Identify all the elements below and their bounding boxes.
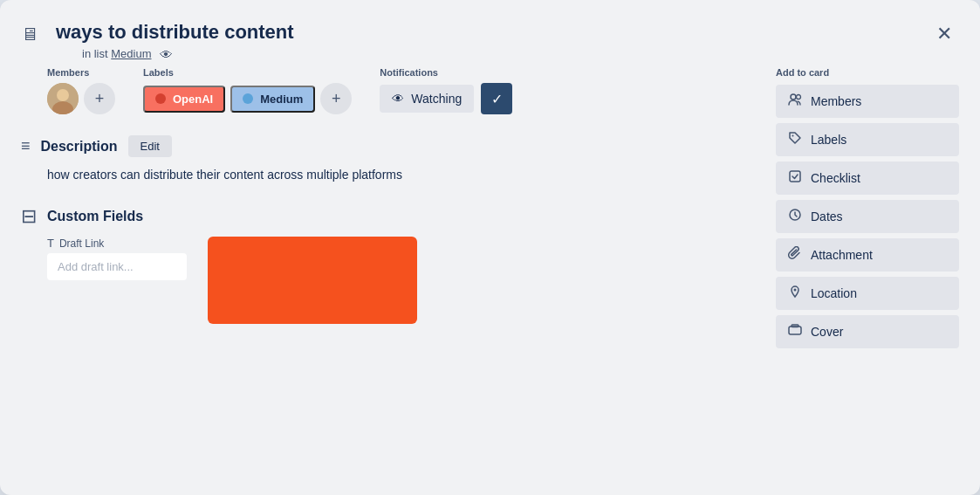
add-member-button[interactable]: + — [84, 83, 115, 114]
medium-dot — [243, 93, 253, 104]
card-modal: 🖥 ways to distribute content in list Med… — [0, 0, 980, 495]
sidebar-checklist-label: Checklist — [811, 171, 860, 185]
members-section: Members + — [47, 67, 115, 114]
watching-watch-icon: 👁 — [392, 92, 404, 106]
list-link[interactable]: Medium — [111, 47, 151, 60]
label-medium[interactable]: Medium — [230, 86, 315, 113]
sidebar-location-button[interactable]: Location — [776, 277, 959, 310]
field-name: Draft Link — [59, 237, 104, 250]
description-text: how creators can distribute their conten… — [47, 166, 762, 184]
labels-sidebar-icon — [788, 131, 802, 148]
sidebar-attachment-label: Attachment — [811, 248, 873, 262]
custom-fields-icon: ⊟ — [21, 205, 37, 228]
watching-button[interactable]: 👁 Watching — [380, 85, 474, 113]
draft-link-input[interactable]: Add draft link... — [47, 253, 187, 280]
notifications-label: Notifications — [380, 67, 512, 78]
notifications-group: 👁 Watching ✓ — [380, 83, 512, 114]
draft-link-label: T Draft Link — [47, 237, 187, 250]
watching-check-button[interactable]: ✓ — [481, 83, 512, 114]
sidebar-labels-button[interactable]: Labels — [776, 123, 959, 156]
description-icon: ≡ — [21, 137, 31, 155]
main-content: Members + Labels — [21, 67, 762, 474]
description-title: Description — [41, 139, 118, 155]
svg-point-8 — [794, 289, 797, 292]
sidebar-dates-label: Dates — [811, 210, 843, 223]
openai-label-text: OpenAI — [173, 93, 213, 106]
sidebar-dates-button[interactable]: Dates — [776, 200, 959, 233]
list-info: in list Medium 👁 — [82, 47, 929, 62]
custom-fields-section: ⊟ Custom Fields T Draft Link Add draft l… — [21, 205, 762, 324]
sidebar-cover-button[interactable]: Cover — [776, 315, 959, 348]
watching-label: Watching — [411, 92, 462, 106]
edit-description-button[interactable]: Edit — [128, 135, 172, 157]
list-watch-icon: 👁 — [160, 47, 173, 62]
medium-label-text: Medium — [260, 93, 303, 106]
svg-point-5 — [792, 135, 794, 137]
custom-fields-header: ⊟ Custom Fields — [21, 205, 762, 228]
sidebar-members-button[interactable]: Members — [776, 85, 959, 118]
modal-header: 🖥 ways to distribute content in list Med… — [21, 21, 959, 62]
sidebar-members-label: Members — [811, 94, 861, 108]
checklist-sidebar-icon — [788, 169, 802, 187]
check-icon: ✓ — [491, 91, 503, 107]
label-openai[interactable]: OpenAI — [143, 86, 225, 113]
meta-row: Members + Labels — [47, 67, 762, 114]
orange-image-placeholder — [208, 237, 417, 324]
close-button[interactable]: ✕ — [929, 21, 959, 47]
custom-fields-body: T Draft Link Add draft link... — [47, 237, 762, 324]
draft-link-field: T Draft Link Add draft link... — [47, 237, 187, 280]
sidebar: Add to card Members — [776, 67, 959, 474]
sidebar-location-label: Location — [811, 286, 857, 300]
svg-point-1 — [57, 89, 69, 101]
labels-section: Labels OpenAI Medium + — [143, 67, 352, 114]
card-type-icon: 🖥 — [21, 24, 38, 45]
modal-title-area: ways to distribute content in list Mediu… — [56, 21, 929, 62]
modal-body: Members + Labels — [21, 67, 959, 474]
description-header: ≡ Description Edit — [21, 135, 762, 157]
labels-label: Labels — [143, 67, 352, 78]
svg-rect-6 — [790, 171, 800, 182]
openai-dot — [155, 93, 166, 104]
sidebar-cover-label: Cover — [811, 325, 843, 339]
text-type-icon: T — [47, 237, 54, 250]
attachment-sidebar-icon — [788, 246, 802, 264]
add-label-button[interactable]: + — [320, 83, 352, 114]
cover-sidebar-icon — [788, 323, 802, 340]
members-group: + — [47, 83, 115, 114]
card-title: ways to distribute content — [56, 21, 929, 44]
custom-fields-title: Custom Fields — [47, 209, 143, 224]
location-sidebar-icon — [788, 285, 802, 302]
avatar — [47, 83, 79, 114]
sidebar-labels-label: Labels — [811, 133, 846, 147]
notifications-section: Notifications 👁 Watching ✓ — [380, 67, 512, 114]
members-sidebar-icon — [788, 93, 802, 110]
labels-group: OpenAI Medium + — [143, 83, 352, 114]
members-label: Members — [47, 67, 115, 78]
sidebar-checklist-button[interactable]: Checklist — [776, 162, 959, 195]
svg-point-4 — [797, 95, 801, 100]
dates-sidebar-icon — [788, 208, 802, 225]
svg-rect-9 — [789, 327, 801, 334]
add-to-card-label: Add to card — [776, 67, 959, 78]
svg-point-3 — [791, 94, 796, 100]
sidebar-attachment-button[interactable]: Attachment — [776, 238, 959, 272]
